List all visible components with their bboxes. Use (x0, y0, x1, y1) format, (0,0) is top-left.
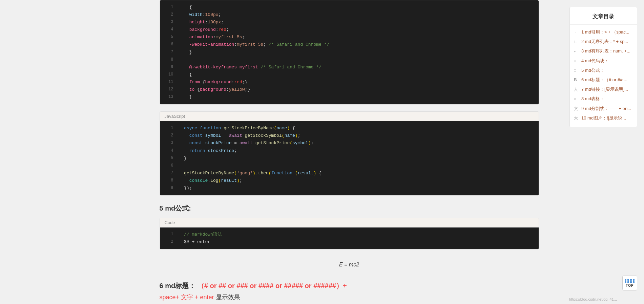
code-line: 8 (160, 56, 539, 64)
top-dot (627, 281, 629, 283)
code-line: 7 } (160, 49, 539, 56)
top-button[interactable]: TOP (622, 276, 637, 290)
js-code-content: 1 async function getStockPriceByName(nam… (160, 121, 539, 195)
toc-text-4: 4 md代码块： (581, 58, 609, 64)
top-dot (627, 279, 629, 281)
section6-sub-code: space+ 文字 + enter (160, 294, 214, 301)
code-line: 1 { (160, 4, 539, 11)
toc-icon-10: 大 (574, 115, 580, 121)
top-label: TOP (626, 284, 633, 287)
toc-text-7: 7 md链接：[显示说明]... (581, 86, 628, 92)
code-line: 8 console.log(result); (160, 177, 539, 184)
css-code-content: 1 { 2 width:100px; 3 height:100px; 4 bac… (160, 0, 539, 104)
toc-text-2: 2 md无序列表：* + sp... (581, 39, 628, 45)
top-dots-grid (625, 279, 635, 283)
code-line: 6 (160, 162, 539, 170)
section5-code-content: 1 // markdown语法 2 $$ + enter (160, 227, 539, 249)
main-content: 1 { 2 width:100px; 3 height:100px; 4 bac… (153, 0, 546, 304)
code-line: 2 const symbol = await getStockSymbol(na… (160, 132, 539, 139)
code-line: 9 @-webkit-keyframes myfirst /* Safari a… (160, 64, 539, 71)
code-line: 12 to {background:yellow;} (160, 86, 539, 93)
toc-icon-7: 人 (574, 87, 580, 92)
formula-display: E = mc2 (160, 256, 539, 273)
code-line: 10 { (160, 71, 539, 79)
js-lang-header: JavaScript (160, 112, 539, 121)
toc-icon-6: B (574, 77, 580, 83)
toc-item-4[interactable]: ≡ 4 md代码块： (570, 56, 637, 66)
section6-title-code: （# or ## or ### or #### or ##### or ####… (198, 282, 347, 289)
toc-text-3: 3 md有序列表：num. +... (581, 48, 630, 54)
section5-heading: 5 md公式: (160, 204, 539, 213)
toc-icon-5: □ (574, 68, 580, 73)
code-line: 2 $$ + enter (160, 238, 539, 246)
toc-text-10: 10 md图片：![显示说... (581, 115, 626, 121)
toc-sidebar: 文章目录 ¬ 1 md引用：> + （spac... ∟ 2 md无序列表：* … (569, 7, 637, 127)
code-line: 2 width:100px; (160, 11, 539, 19)
code-line: 1 async function getStockPriceByName(nam… (160, 125, 539, 132)
section6-sub-text: 显示效果 (216, 294, 240, 301)
toc-item-7[interactable]: 人 7 md链接：[显示说明]... (570, 85, 637, 94)
toc-text-6: 6 md标题：（# or ## ... (581, 77, 627, 83)
toc-icon-1: ¬ (574, 29, 580, 35)
toc-item-8[interactable]: ○ 8 md表格： (570, 94, 637, 104)
code-line: 5 } (160, 155, 539, 162)
js-code-block: JavaScript 1 async function getStockPric… (160, 111, 539, 196)
toc-text-8: 8 md表格： (581, 96, 604, 102)
toc-icon-9: 文 (574, 106, 580, 112)
code-line: 6 -webkit-animation:myfirst 5s; /* Safar… (160, 41, 539, 48)
top-dot (625, 281, 626, 283)
left-spacer (0, 0, 129, 304)
toc-title: 文章目录 (570, 11, 637, 25)
code-line: 3 height:100px; (160, 19, 539, 26)
toc-item-2[interactable]: ∟ 2 md无序列表：* + sp... (570, 37, 637, 46)
top-dot (630, 281, 632, 283)
toc-icon-2: ∟ (574, 39, 580, 45)
code-line: 9 }); (160, 184, 539, 192)
toc-item-5[interactable]: □ 5 md公式： (570, 66, 637, 75)
section6-subtext: space+ 文字 + enter 显示效果 (160, 293, 539, 301)
code-line: 5 animation:myfirst 5s; (160, 34, 539, 41)
toc-text-1: 1 md引用：> + （spac... (581, 29, 629, 35)
toc-text-5: 5 md公式： (581, 67, 604, 73)
top-button-inner: TOP (622, 276, 637, 290)
toc-text-9: 9 md分割线：—— + en... (581, 106, 631, 112)
toc-icon-8: ○ (574, 96, 580, 102)
toc-icon-3: ⌐ (574, 48, 580, 54)
css-code-block: 1 { 2 width:100px; 3 height:100px; 4 bac… (160, 0, 539, 105)
code-line: 1 // markdown语法 (160, 231, 539, 238)
code-line: 13 } (160, 93, 539, 101)
bottom-url: https://blog.csdn.net/qq_41... (569, 297, 617, 301)
section5-code-block: Code 1 // markdown语法 2 $$ + enter (160, 218, 539, 249)
toc-item-3[interactable]: ⌐ 3 md有序列表：num. +... (570, 46, 637, 56)
formula-text: E = mc2 (339, 262, 359, 267)
top-dot (633, 279, 635, 281)
top-dot (625, 279, 626, 281)
code-line: 3 const stockPrice = await getStockPrice… (160, 139, 539, 147)
section6-heading: 6 md标题： （# or ## or ### or #### or #####… (160, 281, 539, 290)
code-line: 7 getStockPriceByName('goog').then(funct… (160, 170, 539, 177)
toc-item-6[interactable]: B 6 md标题：（# or ## ... (570, 75, 637, 85)
code-line: 4 background:red; (160, 26, 539, 34)
toc-item-1[interactable]: ¬ 1 md引用：> + （spac... (570, 27, 637, 37)
section6-title-text: 6 md标题： (160, 282, 196, 289)
section5-code-lang: Code (160, 218, 539, 227)
code-line: 4 return stockPrice; (160, 147, 539, 155)
code-line: 11 from {background:red;} (160, 79, 539, 86)
toc-item-10[interactable]: 大 10 md图片：![显示说... (570, 113, 637, 123)
toc-item-9[interactable]: 文 9 md分割线：—— + en... (570, 104, 637, 113)
top-dot (633, 281, 635, 283)
toc-icon-4: ≡ (574, 58, 580, 64)
top-dot (630, 279, 632, 281)
